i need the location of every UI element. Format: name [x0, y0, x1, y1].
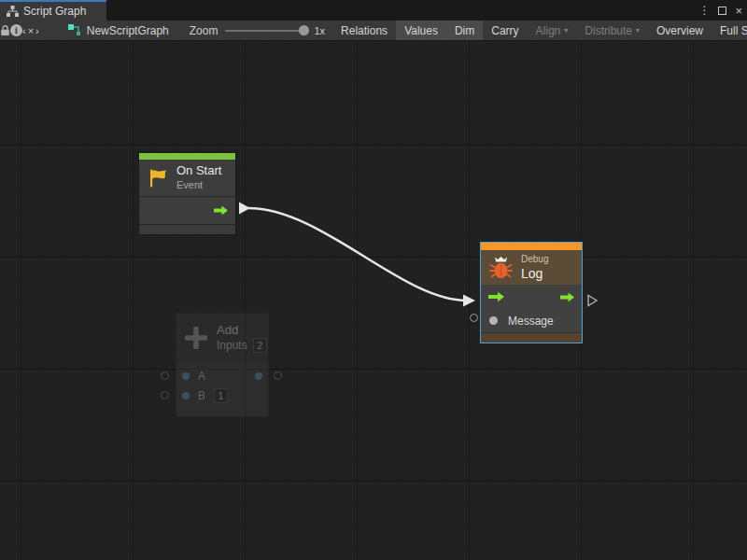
toolbar-button-values[interactable]: Values — [396, 21, 446, 40]
code-preview-button[interactable]: ‹×› — [22, 21, 41, 40]
port-row-a: A — [176, 367, 268, 385]
window-controls: ⋮ × — [698, 0, 742, 21]
maximize-icon[interactable] — [718, 7, 726, 15]
outer-port-circle-out[interactable] — [274, 371, 282, 380]
zoom-slider[interactable] — [225, 30, 307, 32]
toolbar-button-fullscreen[interactable]: Full Screen — [712, 21, 747, 40]
node-header: Add Inputs 2 — [176, 314, 268, 361]
lock-icon — [0, 24, 10, 36]
graph-selector[interactable]: NewScriptGraph — [61, 21, 176, 40]
tab-script-graph[interactable]: Script Graph — [0, 0, 106, 21]
toolbar-button-distribute[interactable]: Distribute ▾ — [576, 21, 648, 40]
node-subtitle: Event — [176, 179, 221, 192]
flow-input-arrow-icon[interactable] — [487, 291, 505, 302]
connection-wire[interactable] — [239, 203, 475, 307]
node-footer — [139, 225, 235, 234]
message-outer-port-circle[interactable] — [470, 314, 478, 322]
wire-end-arrow — [463, 295, 475, 307]
close-icon[interactable]: × — [735, 5, 742, 17]
toolbar-button-overview[interactable]: Overview — [648, 21, 712, 40]
value-port-dot[interactable] — [489, 316, 498, 325]
zoom-label: Zoom — [190, 24, 218, 37]
node-header: On Start Event — [139, 160, 235, 196]
lock-button[interactable] — [0, 21, 10, 40]
zoom-control: Zoom 1x — [190, 21, 332, 40]
chevron-down-icon: ▾ — [636, 26, 640, 35]
chevron-down-icon: ▾ — [564, 26, 568, 35]
value-output-port-dot[interactable] — [255, 372, 262, 380]
graph-name: NewScriptGraph — [87, 24, 169, 37]
node-title: Log — [521, 266, 548, 281]
zoom-slider-handle[interactable] — [299, 25, 309, 35]
window-menu-icon[interactable]: ⋮ — [698, 5, 710, 16]
message-port-label: Message — [508, 315, 554, 328]
node-add-group: Add Inputs 2 A — [161, 313, 286, 417]
script-graph-window: Script Graph ⋮ × i ‹×› — [0, 0, 747, 560]
port-row-b: B 1 — [176, 386, 268, 405]
wire-start-arrow — [239, 203, 250, 215]
hierarchy-graph-icon — [7, 6, 19, 17]
debug-output-outer-triangle[interactable] — [588, 296, 597, 306]
zoom-value: 1x — [314, 25, 325, 36]
node-port-row — [139, 197, 235, 224]
info-button[interactable]: i — [10, 21, 22, 40]
node-header: Debug Log — [481, 250, 582, 285]
connection-layer — [0, 41, 747, 560]
distribute-label: Distribute — [585, 24, 632, 37]
node-accent-bar — [139, 153, 235, 160]
port-b-label: B — [198, 389, 205, 402]
value-port-dot[interactable] — [182, 372, 190, 380]
toolbar-button-carry[interactable]: Carry — [483, 21, 527, 40]
node-title: Add — [217, 323, 267, 337]
node-category: Debug — [521, 254, 548, 265]
flow-output-arrow-icon[interactable] — [559, 292, 575, 302]
node-on-start[interactable]: On Start Event — [138, 152, 236, 235]
node-title: On Start — [176, 163, 221, 178]
tab-label: Script Graph — [23, 5, 86, 18]
flow-port-row — [481, 285, 582, 309]
outer-port-circle-b[interactable] — [161, 391, 169, 399]
port-a-label: A — [198, 370, 205, 383]
tab-bar: Script Graph ⋮ × — [0, 0, 747, 21]
value-port-dot[interactable] — [182, 392, 190, 399]
flow-output-arrow-icon[interactable] — [213, 205, 229, 216]
node-subtitle: Inputs — [217, 339, 247, 352]
plus-icon — [183, 325, 209, 351]
toolbar-button-dim[interactable]: Dim — [446, 21, 483, 40]
flag-icon — [147, 167, 169, 189]
inputs-count-field[interactable]: 2 — [253, 338, 267, 353]
toolbar-button-align[interactable]: Align ▾ — [528, 21, 577, 40]
node-footer — [481, 332, 582, 343]
info-icon: i — [10, 24, 22, 36]
node-add[interactable]: Add Inputs 2 A — [176, 313, 269, 417]
code-icon: ‹×› — [22, 25, 41, 36]
bug-icon — [488, 256, 514, 280]
node-port-body: A B 1 — [176, 361, 268, 416]
toolbar-button-relations[interactable]: Relations — [332, 21, 396, 40]
align-label: Align — [536, 24, 561, 37]
port-b-value-field[interactable]: 1 — [214, 388, 228, 403]
graph-canvas[interactable]: On Start Event — [0, 41, 747, 560]
graph-toolbar: i ‹×› NewScriptGraph Zoom 1x Re — [0, 21, 747, 41]
outer-port-circle-a[interactable] — [161, 371, 169, 380]
node-debug-log[interactable]: Debug Log Message — [480, 242, 583, 343]
script-graph-asset-icon — [68, 24, 81, 37]
node-accent-bar — [481, 243, 582, 250]
message-port-row: Message — [481, 309, 582, 332]
